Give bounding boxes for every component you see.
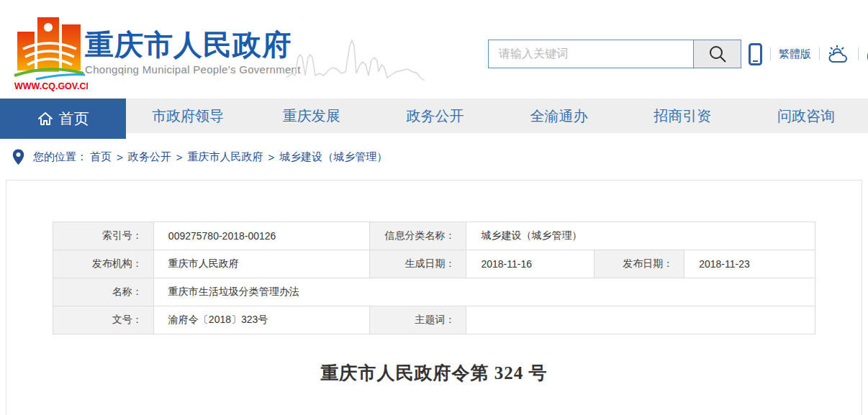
nav-item-investment[interactable]: 招商引资 [620, 99, 744, 133]
breadcrumb-separator: > [176, 151, 183, 163]
category-label: 信息分类名称： [369, 222, 466, 250]
separator [819, 47, 820, 60]
create-date-label: 生成日期： [369, 250, 466, 278]
content-panel: 索引号： 009275780-2018-00126 信息分类名称： 城乡建设（城… [6, 180, 862, 415]
breadcrumb: 您的位置： 首页 > 政务公开 > 重庆市人民政府 > 城乡建设（城乡管理） [0, 133, 868, 180]
keywords-value [466, 306, 815, 334]
doc-title-value: 重庆市生活垃圾分类管理办法 [153, 278, 815, 306]
nav-item-chongqing-development[interactable]: 重庆发展 [250, 99, 374, 133]
header-quick-links: 繁體版 [749, 40, 868, 68]
table-row: 名称： 重庆市生活垃圾分类管理办法 [53, 278, 815, 306]
weather-icon[interactable] [828, 45, 850, 64]
nav-item-government-affairs[interactable]: 政务公开 [374, 99, 497, 133]
table-row: 发布机构： 重庆市人民政府 生成日期： 2018-11-16 发布日期： 201… [53, 250, 815, 278]
breadcrumb-separator: > [268, 151, 275, 163]
nav-item-home[interactable]: 首页 [0, 99, 126, 139]
separator [770, 47, 771, 60]
location-pin-icon [12, 149, 24, 165]
doc-title-label: 名称： [53, 278, 154, 306]
search-button[interactable] [693, 40, 741, 68]
mobile-icon[interactable] [749, 43, 762, 65]
index-no-value: 009275780-2018-00126 [153, 222, 369, 250]
publish-date-label: 发布日期： [595, 250, 684, 278]
site-subtitle: Chongqing Municipal People's Government [85, 63, 301, 76]
logo-building-icon [14, 17, 85, 79]
site-header: WWW.CQ.GOV.CN 重庆市人民政府 Chongqing Municipa… [0, 0, 868, 99]
breadcrumb-item-home[interactable]: 首页 [90, 150, 112, 164]
keywords-label: 主题词： [369, 306, 466, 334]
site-logo[interactable]: WWW.CQ.GOV.CN [13, 12, 88, 92]
separator [858, 47, 859, 60]
logo-url-text: WWW.CQ.GOV.CN [14, 81, 88, 91]
search-bar [488, 40, 741, 68]
table-row: 文号： 渝府令〔2018〕323号 主题词： [53, 306, 815, 334]
document-meta-table: 索引号： 009275780-2018-00126 信息分类名称： 城乡建设（城… [53, 222, 815, 334]
breadcrumb-separator: > [117, 151, 123, 163]
nav-item-consultation[interactable]: 问政咨询 [744, 99, 868, 133]
breadcrumb-item-government[interactable]: 重庆市人民政府 [188, 150, 263, 164]
doc-no-value: 渝府令〔2018〕323号 [153, 306, 369, 334]
search-icon [708, 45, 727, 63]
index-no-label: 索引号： [53, 222, 154, 250]
home-icon [37, 111, 53, 127]
publish-date-value: 2018-11-23 [684, 250, 815, 278]
breadcrumb-item-gov-affairs[interactable]: 政务公开 [128, 150, 171, 164]
table-row: 索引号： 009275780-2018-00126 信息分类名称： 城乡建设（城… [53, 222, 815, 250]
city-skyline-decoration [286, 36, 427, 82]
search-input[interactable] [489, 40, 693, 68]
category-value: 城乡建设（城乡管理） [466, 222, 815, 250]
site-title: 重庆市人民政府 [85, 29, 301, 60]
issuer-label: 发布机构： [53, 250, 154, 278]
doc-no-label: 文号： [53, 306, 154, 334]
main-navigation: 首页 市政府领导 重庆发展 政务公开 全渝通办 招商引资 问政咨询 [0, 99, 868, 133]
nav-item-label: 首页 [59, 109, 89, 129]
traditional-version-link[interactable]: 繁體版 [779, 47, 811, 61]
nav-item-all-services[interactable]: 全渝通办 [497, 99, 620, 133]
nav-item-government-leaders[interactable]: 市政府领导 [126, 99, 250, 133]
breadcrumb-label: 您的位置： [33, 150, 87, 164]
decree-title: 重庆市人民政府令第 324 号 [6, 361, 862, 385]
create-date-value: 2018-11-16 [466, 250, 595, 278]
issuer-value: 重庆市人民政府 [153, 250, 369, 278]
breadcrumb-item-urban-construction[interactable]: 城乡建设（城乡管理） [279, 150, 387, 164]
